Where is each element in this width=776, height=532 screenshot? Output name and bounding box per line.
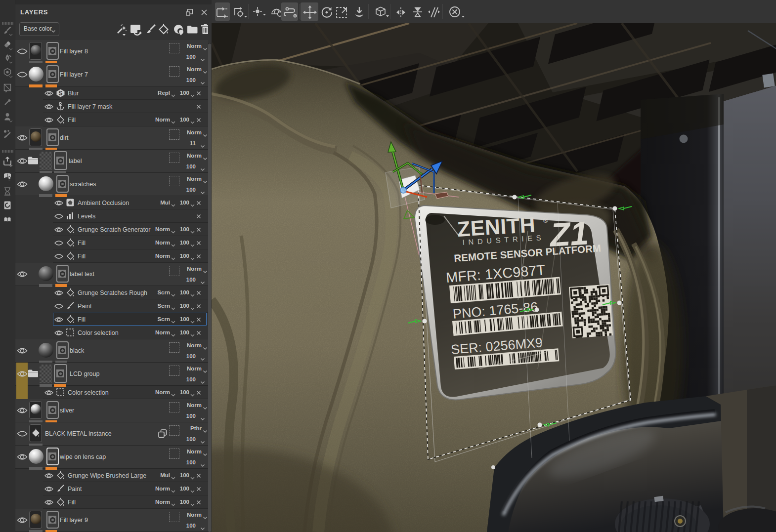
svg-text:®: ® (543, 216, 549, 224)
svg-text:S: S (58, 90, 62, 97)
